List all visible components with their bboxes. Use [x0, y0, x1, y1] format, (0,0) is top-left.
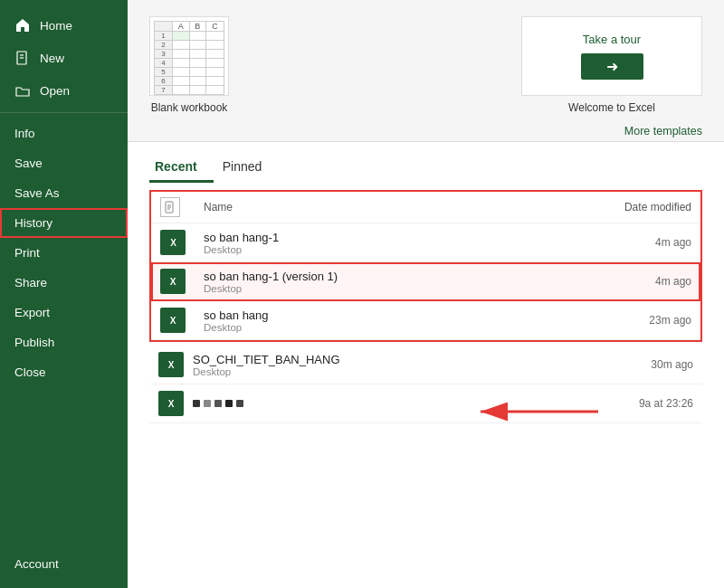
file-name: so ban hang-1 (version 1) — [204, 270, 510, 283]
sidebar-label-open: Open — [40, 84, 70, 98]
sidebar-top-section: Home New Open Info — [0, 0, 128, 393]
file-name: so ban hang-1 — [204, 231, 510, 244]
list-item[interactable]: X 9a at 23:26 — [149, 384, 702, 423]
sidebar-item-print[interactable]: Print — [0, 238, 128, 268]
sidebar-item-info[interactable]: Info — [0, 119, 128, 148]
tour-button[interactable]: ➜ — [581, 53, 643, 80]
doc-icon-header — [160, 197, 180, 217]
file-location: Desktop — [204, 283, 510, 294]
table-row[interactable]: X so ban hang-1 Desktop 4m ago — [151, 223, 700, 262]
blank-workbook-template[interactable]: A B C 1 2 3 4 5 6 7 — [149, 16, 229, 114]
file-icon-cell: X — [151, 301, 195, 340]
more-templates-bar: More templates — [128, 123, 724, 141]
new-file-icon — [14, 50, 31, 66]
excel-icon: X — [160, 230, 186, 255]
files-table: Name Date modified X so ban hang-1 — [151, 192, 700, 340]
excel-icon: X — [160, 308, 186, 333]
table-row[interactable]: X so ban hang-1 (version 1) Desktop 4m a… — [151, 262, 700, 301]
file-icon-cell: X — [151, 262, 195, 301]
color-swatch — [193, 400, 200, 407]
sidebar-label-home: Home — [40, 19, 72, 33]
col-name-header: Name — [195, 192, 519, 223]
sidebar-item-share[interactable]: Share — [0, 268, 128, 298]
file-name-cell: so ban hang-1 Desktop — [195, 223, 519, 262]
color-swatch — [204, 400, 211, 407]
table-header-row: Name Date modified — [151, 192, 700, 223]
sidebar-item-account[interactable]: Account — [0, 549, 128, 579]
file-time: 30m ago — [651, 358, 693, 371]
sidebar-item-close[interactable]: Close — [0, 357, 128, 387]
file-time: 9a at 23:26 — [639, 397, 693, 410]
recent-section: Recent Pinned — [128, 142, 724, 588]
excel-icon: X — [158, 391, 184, 416]
files-outer-box: Name Date modified X so ban hang-1 — [149, 190, 702, 342]
sidebar-label-new: New — [40, 52, 64, 65]
sidebar-label-share: Share — [14, 276, 47, 289]
col-icon-header — [151, 192, 195, 223]
file-info — [193, 400, 639, 407]
open-folder-icon — [14, 82, 31, 99]
color-swatch — [236, 400, 243, 407]
sidebar-item-save-as[interactable]: Save As — [0, 178, 128, 208]
extra-files-section: X SO_CHI_TIET_BAN_HANG Desktop 30m ago X — [149, 346, 702, 423]
file-name: so ban hang — [204, 308, 510, 322]
sidebar-item-home[interactable]: Home — [0, 9, 128, 42]
more-templates-link[interactable]: More templates — [624, 125, 702, 138]
sidebar-divider-1 — [0, 112, 128, 113]
file-time: 4m ago — [519, 223, 700, 262]
sidebar-label-history: History — [14, 216, 52, 230]
sidebar: Home New Open Info — [0, 0, 128, 588]
table-row[interactable]: X so ban hang Desktop 23m ago — [151, 301, 700, 340]
templates-section: A B C 1 2 3 4 5 6 7 — [128, 0, 724, 123]
sidebar-label-close: Close — [14, 365, 46, 379]
excel-icon: X — [160, 269, 186, 294]
file-time: 23m ago — [519, 301, 700, 340]
col-date-header: Date modified — [519, 192, 700, 223]
file-location: Desktop — [204, 322, 510, 333]
tabs-bar: Recent Pinned — [149, 153, 702, 183]
home-icon — [14, 17, 31, 33]
main-content: A B C 1 2 3 4 5 6 7 — [128, 0, 724, 588]
sidebar-item-history[interactable]: History — [0, 208, 128, 238]
arrow-right-icon: ➜ — [606, 58, 618, 75]
file-name-cell: so ban hang Desktop — [195, 301, 519, 340]
sidebar-label-save-as: Save As — [14, 186, 60, 200]
file-name-cell: so ban hang-1 (version 1) Desktop — [195, 262, 519, 301]
sidebar-label-publish: Publish — [14, 336, 54, 349]
blank-workbook-preview: A B C 1 2 3 4 5 6 7 — [149, 16, 229, 96]
tour-template[interactable]: Take a tour ➜ Welcome to Excel — [521, 16, 702, 114]
tour-sublabel: Welcome to Excel — [568, 101, 655, 114]
excel-icon: X — [158, 352, 184, 377]
color-swatch — [225, 400, 233, 407]
sidebar-label-account: Account — [14, 557, 59, 571]
file-info: SO_CHI_TIET_BAN_HANG Desktop — [193, 353, 651, 377]
file-name: SO_CHI_TIET_BAN_HANG — [193, 353, 651, 366]
tour-card[interactable]: Take a tour ➜ — [521, 16, 702, 96]
tour-label: Take a tour — [583, 33, 641, 46]
file-time: 4m ago — [519, 262, 700, 301]
sidebar-label-print: Print — [14, 246, 40, 260]
list-item[interactable]: X SO_CHI_TIET_BAN_HANG Desktop 30m ago — [149, 346, 702, 384]
tab-pinned[interactable]: Pinned — [217, 153, 279, 183]
tab-recent[interactable]: Recent — [149, 153, 214, 183]
sidebar-bottom-section: Account — [0, 549, 128, 588]
sidebar-item-save[interactable]: Save — [0, 148, 128, 178]
blank-workbook-label: Blank workbook — [151, 101, 228, 114]
file-location: Desktop — [204, 244, 510, 255]
file-icon-cell: X — [151, 223, 195, 262]
sidebar-item-publish[interactable]: Publish — [0, 327, 128, 357]
sidebar-item-open[interactable]: Open — [0, 74, 128, 107]
sidebar-label-export: Export — [14, 306, 50, 319]
sidebar-label-save: Save — [14, 156, 43, 170]
sidebar-label-info: Info — [14, 127, 35, 140]
file-location: Desktop — [193, 366, 651, 377]
sidebar-item-export[interactable]: Export — [0, 298, 128, 327]
sidebar-item-new[interactable]: New — [0, 42, 128, 74]
color-swatch — [214, 400, 222, 407]
